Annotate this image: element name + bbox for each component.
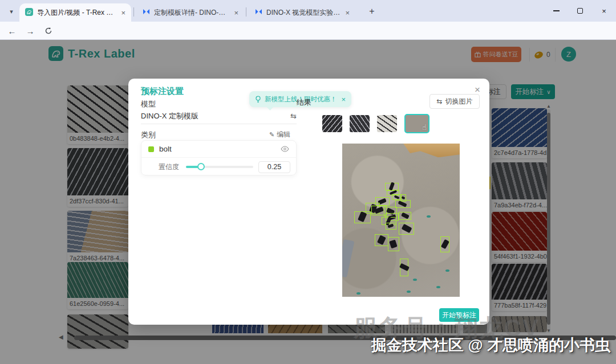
tab-title: DINO-X 视觉模型实验室 - DIN — [266, 8, 340, 18]
model-select[interactable]: DINO-X 定制模版 ⇆ — [141, 108, 297, 124]
bounding-box[interactable] — [388, 237, 399, 251]
marker-scribble — [407, 291, 411, 293]
dinox-icon — [255, 9, 262, 17]
tab-close-icon[interactable]: × — [121, 9, 125, 17]
visibility-eye-icon[interactable] — [281, 146, 289, 152]
edit-label: 编辑 — [277, 130, 290, 140]
bolt-object — [401, 212, 409, 219]
dinox-icon — [143, 9, 150, 17]
new-tab-button[interactable]: + — [366, 5, 378, 18]
bolt-object — [390, 240, 398, 249]
reload-icon[interactable] — [42, 24, 55, 37]
switch-image-button[interactable]: ⇆ 切换图片 — [429, 94, 480, 109]
marker-scribble — [356, 292, 360, 295]
bolt-object — [399, 263, 410, 271]
window-minimize-button[interactable] — [544, 0, 568, 22]
slider-knob[interactable] — [197, 163, 205, 170]
trex-logo-icon — [25, 8, 33, 18]
bounding-box[interactable] — [395, 200, 411, 207]
window-restore-button[interactable] — [568, 0, 592, 22]
modal-title: 预标注设置 — [141, 86, 184, 97]
bolt-object — [358, 211, 367, 222]
result-thumb-2[interactable] — [350, 115, 370, 132]
confidence-value-input[interactable]: 0.25 — [258, 161, 290, 173]
confidence-row: 置信度 0.25 — [141, 158, 296, 176]
bounding-box[interactable] — [392, 194, 401, 200]
tab-close-icon[interactable]: × — [234, 9, 238, 17]
result-thumb-1[interactable] — [322, 115, 342, 132]
promo-close-icon[interactable]: × — [342, 95, 346, 104]
bounding-box[interactable] — [354, 211, 370, 223]
tab-title: 定制模板详情- DINO-X 开放平 — [154, 8, 229, 18]
bolt-object — [388, 182, 395, 190]
result-image[interactable] — [342, 144, 460, 297]
model-select-value: DINO-X 定制模版 — [141, 111, 198, 121]
bounding-box[interactable] — [399, 223, 414, 235]
bolt-object — [388, 224, 394, 228]
forward-icon[interactable]: → — [24, 24, 37, 37]
bounding-box[interactable] — [375, 234, 388, 247]
class-name: bolt — [159, 145, 275, 153]
tab-separator — [246, 7, 246, 17]
browser-tab-3[interactable]: DINO-X 视觉模型实验室 - DIN× — [249, 3, 355, 22]
bolt-object — [374, 207, 384, 214]
bolt-object — [394, 195, 399, 199]
window-close-button[interactable]: × — [592, 0, 616, 22]
result-label: 结果 — [297, 97, 311, 108]
marker-scribble — [413, 279, 417, 281]
swap-icon: ⇆ — [290, 112, 297, 120]
category-label: 类别 — [141, 130, 156, 140]
bounding-box[interactable] — [386, 223, 396, 230]
marker-scribble — [436, 286, 440, 288]
browser-tab-bar: ▾ 导入图片/视频 - T-Rex Label×定制模板详情- DINO-X 开… — [0, 0, 616, 22]
bounding-box[interactable] — [385, 183, 399, 190]
tab-search-chevron-icon[interactable]: ▾ — [5, 5, 18, 18]
result-image-panel — [321, 140, 481, 302]
tab-title: 导入图片/视频 - T-Rex Label — [37, 8, 116, 18]
bounding-box[interactable] — [399, 212, 411, 220]
back-icon[interactable]: ← — [6, 24, 18, 37]
grey-object — [342, 239, 354, 277]
edit-categories-button[interactable]: ✎ 编辑 — [269, 130, 290, 140]
bolt-object — [402, 196, 406, 199]
bolt-object — [377, 235, 386, 245]
browser-tab-1[interactable]: 导入图片/视频 - T-Rex Label× — [19, 3, 131, 22]
lightbulb-icon — [255, 96, 261, 103]
class-row[interactable]: bolt — [141, 141, 296, 158]
bounding-box[interactable] — [440, 236, 449, 252]
confidence-slider[interactable] — [186, 166, 253, 168]
switch-image-label: 切换图片 — [445, 97, 473, 107]
cardboard-piece — [403, 144, 460, 157]
pencil-icon: ✎ — [269, 131, 274, 138]
result-thumb-4[interactable]: ☝ — [404, 114, 429, 133]
hand-cursor-icon: ☝ — [422, 123, 427, 132]
tab-close-icon[interactable]: × — [345, 9, 350, 17]
class-card: bolt 置信度 0.25 — [141, 140, 297, 175]
confidence-label: 置信度 — [159, 162, 179, 172]
marker-scribble — [445, 269, 449, 272]
tab-separator — [133, 7, 134, 17]
result-thumb-3[interactable] — [377, 115, 397, 132]
bolt-object — [401, 224, 412, 234]
bounding-box[interactable] — [400, 259, 408, 276]
bolt-object — [398, 201, 408, 207]
watermark-text: 掘金技术社区 @ 才思喷涌的小书虫 — [371, 335, 610, 355]
browser-toolbar: ← → trexlabel.com/prepare/ ☆ 子君 ⋮ — [0, 22, 616, 40]
browser-tab-2[interactable]: 定制模板详情- DINO-X 开放平× — [137, 3, 244, 22]
preannotation-settings-modal: 预标注设置 × 模型 DINO-X 定制模版 ⇆ 类别 ✎ 编辑 bolt 置信… — [128, 79, 489, 325]
bolt-object — [441, 239, 449, 249]
marker-scribble — [427, 215, 431, 218]
class-color-swatch — [148, 146, 154, 152]
swap-icon: ⇆ — [436, 97, 442, 105]
